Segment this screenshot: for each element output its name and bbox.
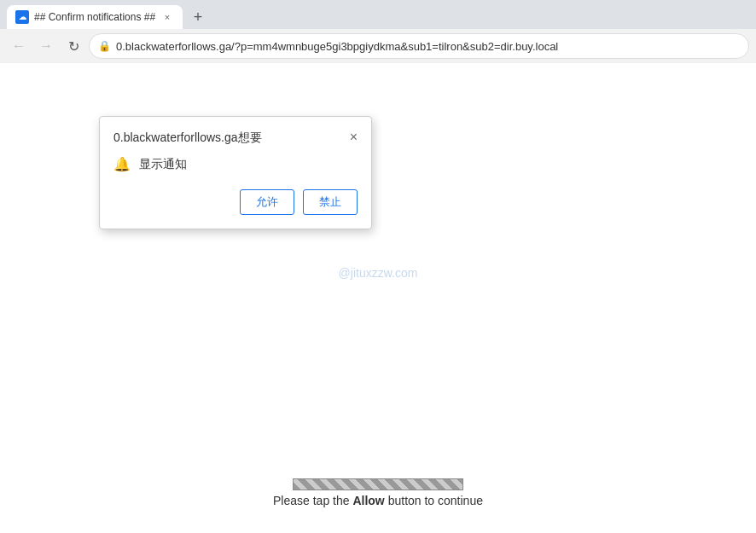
tab-favicon: ☁ — [15, 10, 29, 24]
popup-close-button[interactable]: × — [350, 130, 358, 144]
popup-header: 0.blackwaterforllows.ga想要 × — [113, 130, 358, 146]
popup-message: 显示通知 — [139, 157, 187, 172]
back-button[interactable]: ← — [7, 34, 31, 58]
instruction-text: Please tap the Allow button to continue — [273, 494, 483, 507]
forward-icon: → — [39, 38, 53, 54]
tab-close-button[interactable]: × — [160, 10, 174, 24]
progress-bar — [293, 478, 463, 490]
address-bar[interactable]: 🔒 0.blackwaterforllows.ga/?p=mm4wmnbuge5… — [89, 33, 749, 59]
watermark: @jituxzzw.com — [339, 266, 418, 280]
popup-buttons: 允许 禁止 — [113, 189, 358, 215]
refresh-icon: ↻ — [68, 38, 79, 55]
title-bar: ☁ ## Confirm notifications ## × + — [0, 0, 756, 29]
lock-icon: 🔒 — [98, 40, 111, 52]
browser-frame: ☁ ## Confirm notifications ## × + ← → ↻ … — [0, 0, 756, 533]
nav-bar: ← → ↻ 🔒 0.blackwaterforllows.ga/?p=mm4wm… — [0, 29, 756, 63]
instruction-text-before: Please tap the — [273, 494, 352, 507]
forward-button[interactable]: → — [34, 34, 58, 58]
block-button[interactable]: 禁止 — [303, 189, 358, 215]
instruction-text-after: button to continue — [385, 494, 483, 507]
notification-popup: 0.blackwaterforllows.ga想要 × 🔔 显示通知 允许 禁止 — [99, 116, 372, 229]
bell-icon: 🔔 — [113, 156, 131, 172]
active-tab[interactable]: ☁ ## Confirm notifications ## × — [7, 5, 183, 29]
popup-title: 0.blackwaterforllows.ga想要 — [113, 130, 262, 146]
url-text: 0.blackwaterforllows.ga/?p=mm4wmnbuge5gi… — [116, 40, 740, 53]
instruction-bold-text: Allow — [352, 494, 384, 507]
new-tab-button[interactable]: + — [186, 5, 210, 29]
instruction-bar: Please tap the Allow button to continue — [273, 478, 483, 507]
back-icon: ← — [12, 38, 26, 54]
favicon-icon: ☁ — [19, 13, 26, 21]
refresh-button[interactable]: ↻ — [61, 34, 85, 58]
tab-title: ## Confirm notifications ## — [34, 11, 155, 23]
allow-button[interactable]: 允许 — [240, 189, 294, 215]
tab-strip: ☁ ## Confirm notifications ## × + — [0, 0, 210, 29]
popup-body: 🔔 显示通知 — [113, 156, 358, 172]
page-content: @jituxzzw.com 0.blackwaterforllows.ga想要 … — [0, 63, 756, 533]
